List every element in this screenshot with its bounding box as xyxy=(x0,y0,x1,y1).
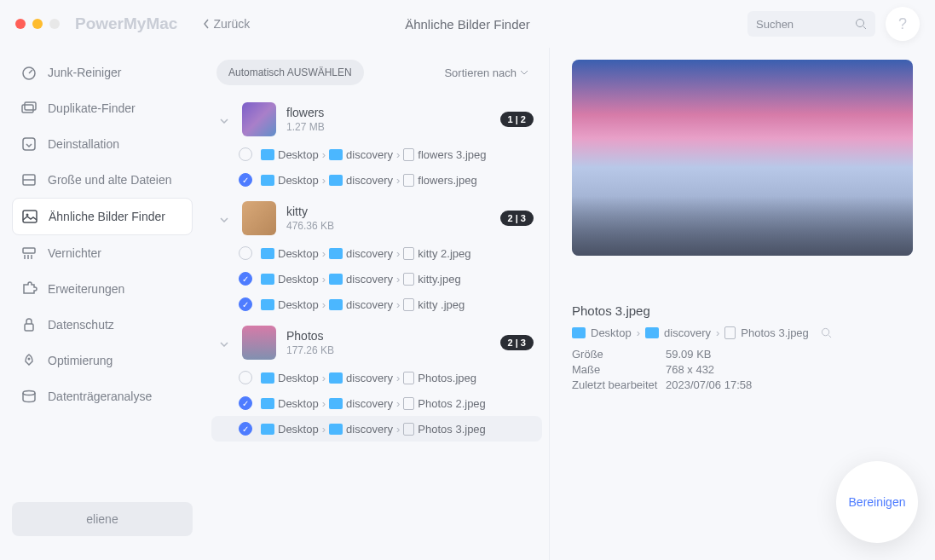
app-icon xyxy=(20,136,38,152)
svg-line-1 xyxy=(863,26,866,29)
search-placeholder: Suchen xyxy=(756,18,794,31)
preview-meta: Größe59.09 KB Maße768 x 432 Zuletzt bear… xyxy=(572,348,913,391)
checkbox[interactable] xyxy=(239,147,252,161)
checkbox[interactable] xyxy=(239,246,252,260)
sidebar-item-label: Datenträgeranalyse xyxy=(48,390,152,403)
checkbox[interactable] xyxy=(239,422,252,436)
file-row[interactable]: Desktop›discovery›Photos.jpeg xyxy=(211,365,542,390)
sidebar-item-rocket[interactable]: Optimierung xyxy=(12,343,193,378)
chevron-left-icon xyxy=(203,19,210,29)
sidebar-item-drawer[interactable]: Große und alte Dateien xyxy=(12,162,193,198)
count-badge: 1 | 2 xyxy=(500,112,534,127)
file-row[interactable]: Desktop›discovery›Photos 2.jpeg xyxy=(211,390,542,416)
file-path: Desktop›discovery›flowers 3.jpeg xyxy=(261,148,487,161)
sidebar: Junk-ReinigerDuplikate-FinderDeinstallat… xyxy=(0,48,205,560)
folder-icon xyxy=(645,327,659,338)
rocket-icon xyxy=(20,353,38,368)
folder-icon xyxy=(329,175,343,186)
group-thumbnail xyxy=(242,102,276,136)
sidebar-item-label: Ähnliche Bilder Finder xyxy=(49,210,165,223)
file-path: Desktop›discovery›Photos 3.jpeg xyxy=(261,423,486,436)
group-size: 177.26 KB xyxy=(286,344,490,356)
sidebar-item-label: Duplikate-Finder xyxy=(48,101,136,115)
file-row[interactable]: Desktop›discovery›flowers.jpeg xyxy=(211,167,542,193)
preview-pane: Photos 3.jpeg Desktop› discovery› Photos… xyxy=(550,48,935,560)
sidebar-item-shredder[interactable]: Vernichter xyxy=(12,235,193,271)
gauge-icon xyxy=(20,65,38,80)
file-icon xyxy=(403,273,414,286)
svg-point-16 xyxy=(28,358,31,361)
puzzle-icon xyxy=(20,281,38,297)
group-header[interactable]: Photos177.26 KB2 | 3 xyxy=(211,320,542,365)
checkbox[interactable] xyxy=(239,371,252,384)
file-row[interactable]: Desktop›discovery›Photos 3.jpeg xyxy=(211,416,542,442)
group-thumbnail xyxy=(242,201,276,235)
file-path: Desktop›discovery›flowers.jpeg xyxy=(261,174,477,187)
folder-icon xyxy=(329,149,343,160)
titlebar: PowerMyMac Zurück Ähnliche Bilder Finder… xyxy=(0,0,935,48)
svg-point-18 xyxy=(822,328,828,335)
svg-rect-9 xyxy=(23,211,37,222)
file-path: Desktop›discovery›kitty .jpeg xyxy=(261,298,465,311)
count-badge: 2 | 3 xyxy=(500,211,534,226)
folder-icon xyxy=(261,299,274,310)
minimize-icon[interactable] xyxy=(32,19,43,29)
folder-icon xyxy=(329,424,343,435)
checkbox[interactable] xyxy=(239,173,252,187)
sidebar-item-label: Deinstallation xyxy=(48,137,119,151)
file-row[interactable]: Desktop›discovery›kitty.jpeg xyxy=(211,266,542,292)
close-icon[interactable] xyxy=(15,19,26,29)
file-path: Desktop›discovery›kitty 2.jpeg xyxy=(261,247,470,260)
user-button[interactable]: eliene xyxy=(12,502,193,536)
svg-line-3 xyxy=(29,70,32,73)
checkbox[interactable] xyxy=(239,272,252,286)
folder-icon xyxy=(261,424,274,435)
svg-point-10 xyxy=(26,214,29,216)
file-icon xyxy=(403,397,414,410)
file-path: Desktop›discovery›kitty.jpeg xyxy=(261,273,461,286)
file-row[interactable]: Desktop›discovery›flowers 3.jpeg xyxy=(211,141,542,167)
app-name: PowerMyMac xyxy=(75,14,177,33)
sidebar-item-gauge[interactable]: Junk-Reiniger xyxy=(12,55,193,90)
folder-icon xyxy=(329,299,343,310)
list-pane: Automatisch AUSWÄHLEN Sortieren nach flo… xyxy=(205,48,550,560)
sort-button[interactable]: Sortieren nach xyxy=(444,66,528,79)
preview-path: Desktop› discovery› Photos 3.jpeg xyxy=(572,326,913,339)
sidebar-item-puzzle[interactable]: Erweiterungen xyxy=(12,271,193,307)
help-button[interactable]: ? xyxy=(886,7,920,41)
auto-select-button[interactable]: Automatisch AUSWÄHLEN xyxy=(216,60,364,85)
sidebar-item-label: Vernichter xyxy=(48,246,101,260)
group-header[interactable]: flowers1.27 MB1 | 2 xyxy=(211,97,542,141)
clean-button[interactable]: Bereinigen xyxy=(836,461,918,543)
checkbox[interactable] xyxy=(239,297,252,311)
lock-icon xyxy=(20,317,38,332)
sidebar-item-label: Junk-Reiniger xyxy=(48,66,121,79)
page-title: Ähnliche Bilder Finder xyxy=(405,17,530,32)
search-icon xyxy=(855,18,867,30)
sidebar-item-app[interactable]: Deinstallation xyxy=(12,126,193,162)
group-header[interactable]: kitty476.36 KB2 | 3 xyxy=(211,196,542,240)
search-input[interactable]: Suchen xyxy=(747,11,875,37)
file-icon xyxy=(403,423,414,436)
sidebar-item-disk[interactable]: Datenträgeranalyse xyxy=(12,378,193,414)
file-row[interactable]: Desktop›discovery›kitty .jpeg xyxy=(211,292,542,317)
sidebar-item-label: Erweiterungen xyxy=(48,282,124,296)
sidebar-item-folders[interactable]: Duplikate-Finder xyxy=(12,90,193,126)
folder-icon xyxy=(329,248,343,259)
file-row[interactable]: Desktop›discovery›kitty 2.jpeg xyxy=(211,240,542,266)
sidebar-item-label: Optimierung xyxy=(48,354,113,367)
drawer-icon xyxy=(20,172,38,188)
checkbox[interactable] xyxy=(239,396,252,410)
sidebar-item-image[interactable]: Ähnliche Bilder Finder xyxy=(12,198,193,235)
maximize-icon[interactable] xyxy=(49,19,60,29)
back-button[interactable]: Zurück xyxy=(203,17,250,31)
chevron-down-icon[interactable] xyxy=(220,112,232,127)
chevron-down-icon[interactable] xyxy=(220,211,232,226)
folder-icon xyxy=(261,398,274,409)
search-icon[interactable] xyxy=(821,327,832,338)
file-icon xyxy=(403,372,414,384)
file-path: Desktop›discovery›Photos 2.jpeg xyxy=(261,397,486,410)
folder-icon xyxy=(261,248,274,259)
sidebar-item-lock[interactable]: Datenschutz xyxy=(12,307,193,343)
chevron-down-icon[interactable] xyxy=(220,335,232,350)
